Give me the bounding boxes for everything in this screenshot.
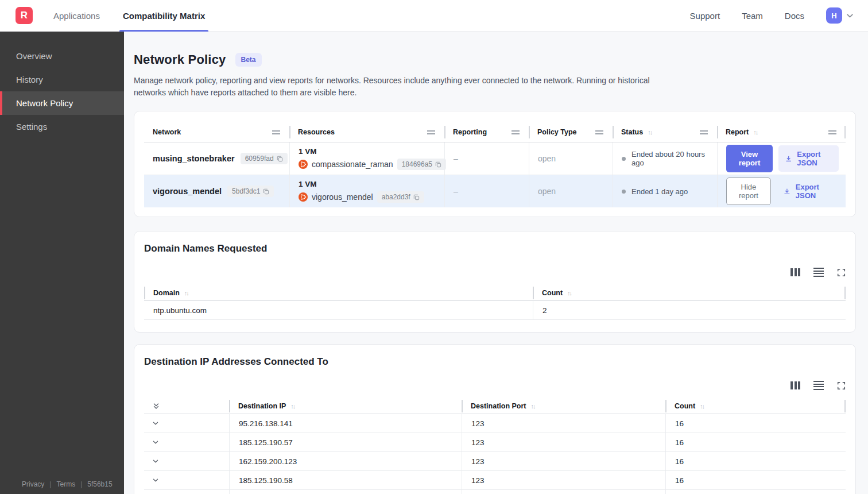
network-name: vigorous_mendel (153, 187, 222, 196)
sort-icon[interactable] (184, 290, 188, 296)
primary-tabs: Applications Compatibility Matrix (52, 0, 227, 32)
column-label: Destination Port (471, 402, 526, 410)
column-header-status[interactable]: Status (613, 122, 717, 142)
tab-label: Compatibility Matrix (123, 11, 205, 21)
column-header-domain[interactable]: Domain (144, 285, 533, 300)
app-logo[interactable]: R (16, 7, 33, 24)
column-label: Reporting (453, 128, 487, 136)
expand-fullscreen-icon[interactable] (837, 381, 846, 390)
destination-ip-value: 95.216.138.141 (229, 414, 462, 433)
domain-row[interactable]: ntp.ubuntu.com 2 (144, 301, 846, 320)
column-handle-icon[interactable] (272, 130, 280, 134)
row-density-icon[interactable] (813, 268, 824, 277)
row-expand-chevron-icon[interactable] (144, 490, 229, 494)
column-handle-icon[interactable] (595, 130, 603, 134)
resource-name: vigorous_mendel (312, 192, 373, 202)
sort-icon[interactable] (290, 403, 294, 410)
columns-view-icon[interactable] (790, 268, 800, 276)
resource-id: aba2dd3f (382, 193, 410, 201)
row-density-icon[interactable] (813, 381, 824, 390)
columns-view-icon[interactable] (790, 381, 800, 389)
sort-icon[interactable] (753, 129, 757, 136)
sidebar-item-overview[interactable]: Overview (0, 44, 124, 68)
column-handle-icon[interactable] (700, 130, 708, 134)
sort-icon[interactable] (567, 290, 571, 296)
row-expand-chevron-icon[interactable] (144, 452, 229, 470)
avatar[interactable]: H (826, 7, 842, 24)
sort-icon[interactable] (648, 129, 652, 136)
count-value: 16 (665, 452, 846, 470)
column-label: Domain (153, 289, 180, 297)
network-row-vigorous-mendel[interactable]: vigorous_mendel 5bdf3dc1 1 VM vigorous_m… (144, 175, 846, 207)
column-header-count[interactable]: Count (533, 285, 846, 300)
footer-divider: | (49, 480, 51, 488)
expand-all-column-header[interactable] (144, 399, 229, 414)
row-expand-chevron-icon[interactable] (144, 433, 229, 451)
column-handle-icon[interactable] (427, 130, 435, 134)
resource-count: 1 VM (299, 147, 446, 156)
column-label: Count (542, 289, 563, 297)
expand-all-icon[interactable] (152, 402, 160, 410)
resource-id-badge: aba2dd3f (377, 191, 424, 203)
sidebar-item-history[interactable]: History (0, 68, 124, 91)
column-handle-icon[interactable] (512, 130, 520, 134)
export-json-button[interactable]: Export JSON (778, 145, 839, 172)
sidebar-item-network-policy[interactable]: Network Policy (0, 91, 124, 115)
destinations-table-header: Destination IP Destination Port Count (144, 399, 846, 414)
destination-port-value: 123 (462, 452, 665, 470)
hide-report-button[interactable]: Hide report (726, 177, 771, 205)
sort-icon[interactable] (700, 403, 704, 410)
sort-icon[interactable] (531, 403, 535, 410)
download-icon (784, 187, 790, 196)
privacy-link[interactable]: Privacy (22, 480, 44, 488)
destination-row[interactable]: 185.125.190.57 123 16 (144, 433, 846, 452)
column-label: Policy Type (537, 128, 577, 136)
view-report-button[interactable]: View report (726, 145, 773, 172)
column-handle-icon[interactable] (828, 130, 836, 134)
count-value: 16 (665, 433, 846, 451)
row-expand-chevron-icon[interactable] (144, 471, 229, 489)
nav-link-support[interactable]: Support (690, 11, 720, 21)
footer-divider: | (80, 480, 82, 488)
resource-id-badge: 184696a5 (397, 159, 446, 170)
sidebar-footer: Privacy | Terms | 5f56b15 (22, 480, 113, 488)
copy-icon[interactable] (435, 161, 441, 168)
sidebar-item-settings[interactable]: Settings (0, 115, 124, 138)
build-version: 5f56b15 (87, 480, 112, 488)
reporting-value: – (454, 187, 458, 196)
destination-port-value: 123 (462, 471, 665, 489)
expand-fullscreen-icon[interactable] (837, 268, 846, 277)
download-icon (785, 155, 792, 163)
export-json-label: Export JSON (796, 183, 832, 200)
main-content: Network Policy Beta Manage network polic… (124, 0, 868, 494)
copy-icon[interactable] (277, 156, 283, 162)
copy-icon[interactable] (413, 194, 420, 200)
destination-row[interactable]: 95.216.138.141 123 16 (144, 414, 846, 433)
tab-applications[interactable]: Applications (52, 0, 101, 32)
column-header-destination-ip[interactable]: Destination IP (229, 399, 462, 414)
status-dot (622, 157, 626, 161)
export-json-button[interactable]: Export JSON (777, 178, 839, 204)
count-value: 2 (533, 301, 846, 319)
nav-link-docs[interactable]: Docs (785, 11, 804, 21)
chevron-down-icon[interactable] (846, 11, 854, 20)
copy-icon[interactable] (263, 188, 269, 195)
resource-count: 1 VM (299, 180, 424, 188)
policy-type-value: open (538, 187, 556, 196)
network-row-musing-stonebraker[interactable]: musing_stonebraker 60959fad 1 VM compass… (144, 142, 846, 175)
column-header-report[interactable]: Report (717, 122, 846, 142)
ubuntu-icon (299, 160, 308, 169)
ubuntu-icon (299, 192, 308, 202)
column-label: Resources (298, 128, 335, 136)
resource-id: 184696a5 (402, 160, 432, 168)
destination-row[interactable]: 95.216.100.21 123 16 (144, 490, 846, 494)
destination-row[interactable]: 162.159.200.123 123 16 (144, 452, 846, 471)
nav-link-team[interactable]: Team (742, 11, 763, 21)
column-header-count[interactable]: Count (665, 399, 846, 414)
network-id: 5bdf3dc1 (232, 187, 260, 195)
column-header-destination-port[interactable]: Destination Port (462, 399, 665, 414)
terms-link[interactable]: Terms (56, 480, 75, 488)
tab-compatibility-matrix[interactable]: Compatibility Matrix (122, 0, 206, 32)
destination-row[interactable]: 185.125.190.58 123 16 (144, 471, 846, 490)
row-expand-chevron-icon[interactable] (144, 414, 229, 433)
